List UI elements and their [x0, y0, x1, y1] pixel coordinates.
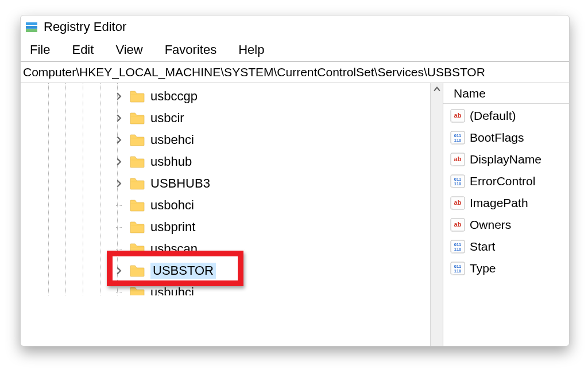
value-name: (Default)	[470, 109, 516, 123]
menu-view[interactable]: View	[110, 41, 148, 59]
tree-item-usbhub3[interactable]: USBHUB3	[21, 173, 430, 194]
address-path: Computer\HKEY_LOCAL_MACHINE\SYSTEM\Curre…	[23, 65, 567, 79]
tree-item-label: USBSTOR	[150, 263, 216, 279]
scroll-up-arrow-icon[interactable]	[431, 83, 443, 96]
tree-item-label: usbcir	[150, 111, 184, 126]
value-row[interactable]: ab DisplayName	[443, 149, 569, 170]
svg-text:110: 110	[454, 268, 462, 274]
tree-branch-line	[113, 199, 125, 212]
svg-text:110: 110	[454, 247, 462, 252]
value-row[interactable]: 011 110 BootFlags	[443, 127, 569, 149]
svg-rect-0	[26, 22, 37, 25]
tree-item-usbhub[interactable]: usbhub	[21, 151, 430, 173]
folder-icon	[130, 112, 145, 124]
tree-item-usbstor[interactable]: USBSTOR	[21, 260, 430, 282]
tree-item-label: usbprint	[150, 220, 195, 235]
value-row[interactable]: ab Owners	[443, 214, 569, 236]
menu-bar: File Edit View Favorites Help	[21, 41, 569, 61]
svg-text:110: 110	[454, 181, 462, 186]
folder-icon	[130, 155, 145, 168]
folder-icon	[130, 199, 145, 212]
tree-item-label: usbscan	[150, 241, 198, 256]
svg-rect-1	[26, 26, 37, 29]
value-row[interactable]: 011 110 Start	[443, 236, 569, 258]
title-bar[interactable]: Registry Editor	[21, 15, 569, 41]
value-row[interactable]: 011 110 Type	[443, 258, 569, 279]
folder-icon	[130, 286, 145, 295]
tree-scrollbar[interactable]	[430, 83, 443, 346]
reg-string-icon: ab	[450, 108, 465, 123]
value-name: DisplayName	[470, 153, 541, 166]
value-name: BootFlags	[470, 131, 524, 145]
reg-string-icon: ab	[450, 196, 465, 210]
tree-item-usbprint[interactable]: usbprint	[21, 216, 430, 238]
tree-item-label: usbohci	[150, 198, 194, 213]
tree-branch-line	[113, 286, 125, 295]
reg-string-icon: ab	[450, 152, 465, 167]
tree-pane: usbccgp usbcir usbehci usbhub USBHUB3 us…	[21, 83, 443, 346]
svg-text:ab: ab	[454, 221, 462, 228]
folder-icon	[130, 243, 145, 255]
reg-binary-icon: 011 110	[450, 239, 465, 254]
svg-text:ab: ab	[454, 155, 462, 162]
tree-branch-line	[113, 221, 125, 233]
values-pane: Name ab (Default) 011 110 BootFlags ab D…	[443, 83, 569, 346]
value-row[interactable]: ab (Default)	[443, 105, 569, 127]
tree-item-label: USBHUB3	[150, 176, 210, 191]
tree-branch-line	[113, 243, 125, 255]
folder-icon	[130, 264, 145, 277]
value-name: ImagePath	[470, 196, 528, 210]
menu-file[interactable]: File	[24, 41, 56, 59]
registry-editor-window: Registry Editor File Edit View Favorites…	[20, 15, 570, 346]
folder-icon	[130, 221, 145, 233]
tree-item-usbuhci[interactable]: usbuhci	[21, 282, 430, 295]
tree-item-label: usbuhci	[150, 285, 194, 295]
menu-edit[interactable]: Edit	[66, 41, 99, 59]
address-bar[interactable]: Computer\HKEY_LOCAL_MACHINE\SYSTEM\Curre…	[21, 61, 569, 83]
chevron-right-icon[interactable]	[113, 134, 125, 146]
chevron-right-icon[interactable]	[113, 155, 125, 168]
column-header-name[interactable]: Name	[443, 83, 569, 104]
window-title: Registry Editor	[44, 20, 126, 34]
menu-favorites[interactable]: Favorites	[159, 41, 222, 59]
svg-text:110: 110	[454, 138, 462, 143]
chevron-right-icon[interactable]	[113, 90, 125, 103]
reg-binary-icon: 011 110	[450, 174, 465, 189]
menu-help[interactable]: Help	[233, 41, 270, 59]
value-name: ErrorControl	[470, 174, 535, 188]
chevron-right-icon[interactable]	[113, 264, 125, 277]
chevron-right-icon[interactable]	[113, 112, 125, 124]
svg-text:ab: ab	[454, 199, 462, 206]
regedit-icon	[25, 21, 38, 33]
reg-binary-icon: 011 110	[450, 130, 465, 145]
content-area: usbccgp usbcir usbehci usbhub USBHUB3 us…	[21, 83, 569, 346]
chevron-right-icon[interactable]	[113, 177, 125, 190]
tree-item-usbehci[interactable]: usbehci	[21, 129, 430, 151]
tree-item-label: usbhub	[150, 154, 192, 169]
value-name: Type	[470, 262, 496, 275]
value-row[interactable]: ab ImagePath	[443, 192, 569, 214]
tree-item-usbscan[interactable]: usbscan	[21, 238, 430, 260]
svg-rect-2	[26, 29, 37, 32]
tree-item-usbohci[interactable]: usbohci	[21, 194, 430, 216]
folder-icon	[130, 90, 145, 103]
tree-item-usbcir[interactable]: usbcir	[21, 107, 430, 129]
value-row[interactable]: 011 110 ErrorControl	[443, 170, 569, 192]
folder-icon	[130, 177, 145, 190]
tree-item-label: usbccgp	[150, 89, 198, 104]
svg-text:ab: ab	[454, 112, 462, 119]
folder-icon	[130, 134, 145, 146]
value-name: Owners	[470, 218, 511, 232]
reg-binary-icon: 011 110	[450, 261, 465, 276]
value-name: Start	[470, 240, 495, 254]
reg-string-icon: ab	[450, 217, 465, 232]
tree-item-usbccgp[interactable]: usbccgp	[21, 85, 430, 107]
tree-item-label: usbehci	[150, 132, 194, 147]
